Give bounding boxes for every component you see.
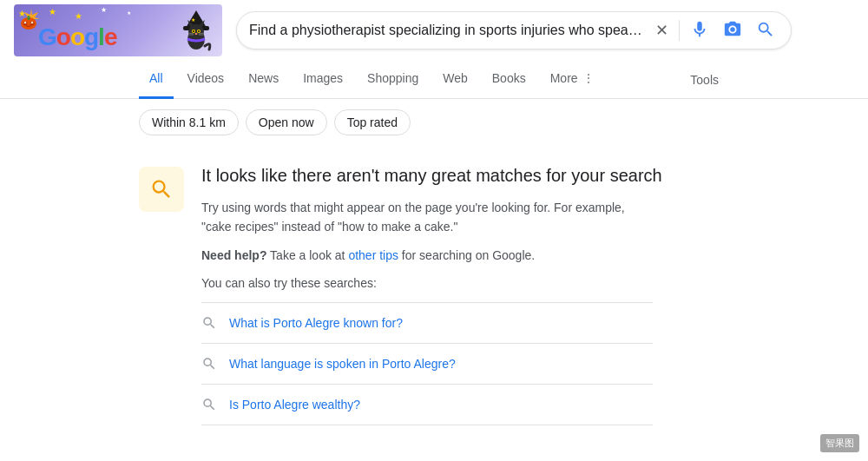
svg-rect-1	[28, 16, 30, 20]
no-results-heading: It looks like there aren't many great ma…	[201, 163, 662, 188]
no-results-block: It looks like there aren't many great ma…	[139, 163, 729, 425]
star-deco-2: ★	[49, 7, 56, 16]
search-icon	[756, 20, 775, 39]
star-deco-3: ★	[75, 11, 82, 21]
suggestion-item-1[interactable]: What is Porto Alegre known for?	[201, 303, 653, 344]
suggestion-search-icon-3	[201, 397, 217, 412]
google-e: e	[104, 23, 117, 50]
cat-witch-icon: ★	[179, 6, 214, 56]
filter-chips: Within 8.1 km Open now Top rated	[0, 99, 868, 146]
no-results-text: It looks like there aren't many great ma…	[201, 163, 662, 425]
voice-search-button[interactable]	[687, 16, 713, 45]
google-o2: o	[70, 23, 84, 50]
google-l: l	[98, 23, 104, 50]
google-g2: g	[84, 23, 98, 50]
tools-button[interactable]: Tools	[680, 73, 729, 87]
suggestion-item-3[interactable]: Is Porto Alegre wealthy?	[201, 385, 653, 425]
tab-images[interactable]: Images	[293, 61, 353, 99]
suggestion-text-2: What language is spoken in Porto Alegre?	[229, 357, 456, 371]
mic-icon	[690, 20, 709, 39]
need-help-suffix: for searching on Google.	[398, 248, 535, 262]
camera-icon	[723, 20, 742, 39]
star-deco-4: ★	[101, 6, 107, 14]
more-label: More	[550, 71, 578, 85]
svg-point-15	[193, 30, 194, 32]
divider	[679, 20, 680, 41]
suggestions-list: What is Porto Alegre known for? What lan…	[201, 302, 653, 425]
svg-text:★: ★	[191, 17, 195, 23]
nav-tabs: All Videos News Images Shopping Web Book…	[0, 61, 868, 99]
suggestion-text-3: Is Porto Alegre wealthy?	[229, 398, 360, 412]
chip-open-now[interactable]: Open now	[246, 109, 327, 135]
search-submit-button[interactable]	[753, 16, 779, 45]
other-tips-link[interactable]: other tips	[348, 248, 398, 262]
suggestion-search-icon-1	[201, 315, 217, 331]
logo-area: ★ ★ ★ ★ ★	[14, 4, 222, 56]
svg-point-17	[195, 33, 198, 35]
search-action-icons: ✕	[652, 16, 779, 45]
tab-videos[interactable]: Videos	[177, 61, 235, 99]
svg-point-22	[730, 27, 735, 32]
main-content: It looks like there aren't many great ma…	[0, 146, 868, 461]
tab-all[interactable]: All	[139, 61, 174, 99]
search-input-container: Find a physiotherapist specializing in s…	[236, 11, 792, 49]
suggestion-search-icon-2	[201, 356, 217, 372]
suggestion-item-2[interactable]: What language is spoken in Porto Alegre?	[201, 344, 653, 385]
pumpkin-icon	[19, 11, 38, 29]
header: ★ ★ ★ ★ ★	[0, 0, 868, 61]
also-try-label: You can also try these searches:	[201, 273, 635, 293]
search-input[interactable]: Find a physiotherapist specializing in s…	[249, 23, 645, 38]
tab-web[interactable]: Web	[432, 61, 478, 99]
tab-more[interactable]: More ⋮	[540, 61, 604, 99]
google-logo: Google	[38, 23, 116, 51]
svg-point-16	[198, 30, 200, 32]
tab-books[interactable]: Books	[482, 61, 536, 99]
tab-news[interactable]: News	[238, 61, 289, 99]
clear-search-button[interactable]: ✕	[652, 19, 672, 42]
need-help-middle: Take a look at	[266, 248, 348, 262]
svg-point-10	[188, 24, 204, 40]
chip-within[interactable]: Within 8.1 km	[139, 109, 239, 135]
chip-top-rated[interactable]: Top rated	[334, 109, 411, 135]
no-results-body: Try using words that might appear on the…	[201, 198, 635, 237]
watermark: 智果图	[820, 434, 859, 452]
google-g: G	[38, 23, 56, 50]
search-no-results-icon	[149, 177, 174, 201]
more-chevron-icon: ⋮	[583, 72, 594, 84]
star-deco-5: ★	[127, 10, 131, 16]
google-o1: o	[56, 23, 70, 50]
tab-shopping[interactable]: Shopping	[357, 61, 429, 99]
help-text: Need help? Take a look at other tips for…	[201, 246, 635, 265]
suggestion-text-1: What is Porto Alegre known for?	[229, 316, 403, 330]
need-help-label: Need help?	[201, 248, 266, 262]
no-results-icon	[139, 167, 184, 212]
search-box-wrapper: Find a physiotherapist specializing in s…	[236, 11, 792, 49]
visual-search-button[interactable]	[720, 16, 746, 45]
